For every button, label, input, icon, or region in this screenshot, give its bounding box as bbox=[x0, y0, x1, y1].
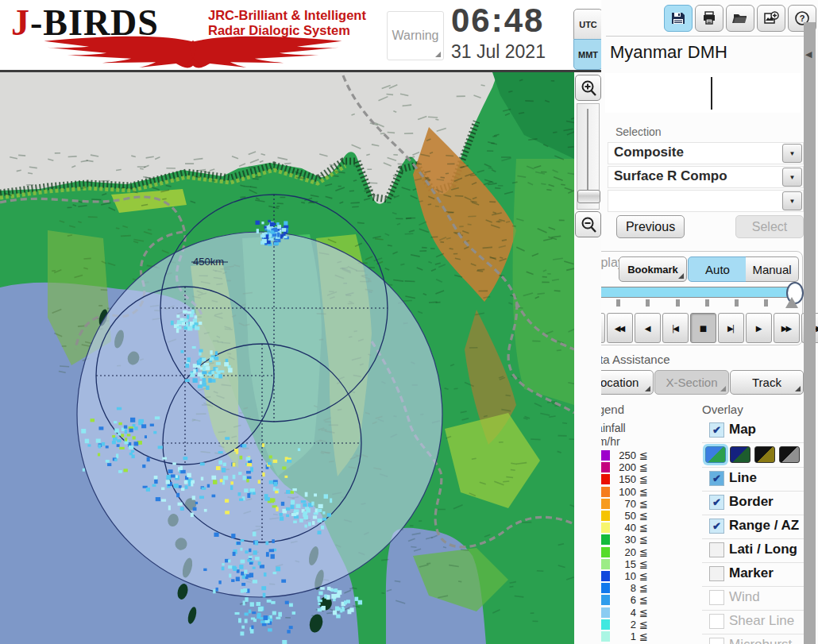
border-checkbox[interactable]: ✔ bbox=[709, 495, 724, 510]
rain-cell bbox=[114, 459, 118, 461]
rain-cell bbox=[317, 519, 322, 523]
panel-edge-strip[interactable] bbox=[804, 22, 816, 644]
line-checkbox[interactable]: ✔ bbox=[709, 471, 724, 486]
rain-cell bbox=[176, 493, 179, 497]
rain-cell bbox=[244, 488, 248, 492]
rain-cell bbox=[191, 513, 194, 517]
rain-cell bbox=[223, 463, 226, 466]
rain-cell bbox=[218, 461, 222, 465]
rain-cell bbox=[327, 513, 331, 516]
rain-cell bbox=[273, 487, 276, 491]
slider-end-marker[interactable] bbox=[785, 297, 798, 308]
rain-cell bbox=[228, 559, 230, 562]
zoom-slider-handle[interactable] bbox=[577, 190, 600, 203]
rain-cell bbox=[265, 542, 268, 546]
print-button[interactable] bbox=[695, 5, 723, 32]
folder-open-button[interactable] bbox=[726, 5, 754, 32]
rain-cell bbox=[285, 601, 289, 604]
lati-long-checkbox[interactable] bbox=[709, 542, 724, 557]
rain-cell bbox=[284, 226, 288, 228]
map-style-gray[interactable] bbox=[779, 446, 800, 463]
map-style-dark[interactable] bbox=[730, 446, 750, 463]
dropdown-product[interactable]: Surface R Compo ▼ bbox=[608, 166, 804, 188]
rain-cell bbox=[176, 328, 179, 333]
save-button[interactable] bbox=[664, 5, 693, 32]
rain-cell bbox=[85, 439, 89, 444]
chevron-down-icon[interactable]: ▼ bbox=[782, 191, 802, 210]
rain-cell bbox=[87, 444, 91, 446]
warning-button[interactable]: Warning bbox=[387, 11, 444, 60]
rain-cell bbox=[185, 364, 189, 368]
legend-value: 200 bbox=[611, 461, 636, 473]
rain-cell bbox=[141, 424, 146, 428]
rain-cell bbox=[203, 368, 206, 372]
lte-symbol: ≦ bbox=[639, 546, 648, 558]
marker-checkbox[interactable] bbox=[709, 566, 724, 581]
step-back-button[interactable]: |◀ bbox=[662, 313, 689, 343]
range-az-checkbox[interactable]: ✔ bbox=[709, 519, 724, 534]
map-checkbox[interactable]: ✔ bbox=[709, 422, 724, 438]
add-view-button[interactable] bbox=[757, 5, 785, 32]
bookmark-button[interactable]: Bookmark bbox=[619, 256, 687, 282]
track-button[interactable]: Track bbox=[730, 370, 804, 395]
step-forward-button[interactable]: ▶| bbox=[718, 313, 744, 343]
chevron-down-icon[interactable]: ▼ bbox=[782, 144, 802, 163]
rain-cell bbox=[303, 503, 307, 507]
readout-field[interactable] bbox=[605, 73, 801, 113]
utc-button[interactable]: UTC bbox=[573, 9, 603, 40]
dropdown-composite[interactable]: Composite ▼ bbox=[608, 142, 804, 164]
replay-progress-slider[interactable] bbox=[588, 287, 801, 298]
rain-cell bbox=[152, 484, 156, 487]
legend-value: 8 bbox=[611, 582, 636, 594]
rain-cell bbox=[202, 488, 206, 490]
zoom-out-button[interactable] bbox=[575, 211, 601, 237]
rain-cell bbox=[333, 611, 337, 615]
rain-cell bbox=[243, 600, 245, 605]
rain-cell bbox=[216, 368, 218, 372]
rain-cell bbox=[187, 326, 192, 331]
radar-map-viewport[interactable]: 450km bbox=[0, 72, 574, 644]
rain-cell bbox=[225, 499, 229, 502]
play-button[interactable]: ▶ bbox=[746, 313, 772, 343]
rain-cell bbox=[98, 445, 102, 449]
auto-mode-button[interactable]: Auto bbox=[688, 256, 747, 282]
zoom-slider-track[interactable] bbox=[577, 103, 600, 210]
map-style-olive[interactable] bbox=[754, 446, 775, 463]
mmt-button[interactable]: MMT bbox=[573, 39, 603, 70]
rain-cell bbox=[243, 476, 246, 480]
rain-cell bbox=[153, 431, 156, 434]
forward-button[interactable]: ▶▶ bbox=[774, 313, 800, 343]
map-style-terrain[interactable] bbox=[705, 446, 726, 463]
rain-cell bbox=[261, 222, 264, 224]
rain-cell bbox=[240, 560, 245, 564]
stop-button[interactable]: ■ bbox=[690, 313, 716, 343]
zoom-in-button[interactable] bbox=[575, 75, 601, 101]
rain-cell bbox=[284, 476, 287, 478]
chevron-down-icon[interactable]: ▼ bbox=[782, 168, 802, 187]
rain-cell bbox=[272, 539, 274, 543]
previous-button[interactable]: Previous bbox=[616, 215, 685, 238]
rain-cell bbox=[198, 372, 203, 376]
rain-cell bbox=[322, 511, 325, 515]
rain-cell bbox=[286, 515, 289, 517]
dropdown-empty[interactable]: ▼ bbox=[608, 190, 804, 212]
rain-cell bbox=[318, 504, 323, 508]
rewind-button[interactable]: ◀◀ bbox=[607, 313, 633, 343]
manual-mode-button[interactable]: Manual bbox=[746, 256, 799, 282]
collapse-panel-icon[interactable]: ◀ bbox=[805, 49, 812, 60]
rain-cell bbox=[245, 577, 249, 579]
rain-cell bbox=[284, 236, 287, 238]
rain-cell bbox=[318, 530, 322, 534]
rain-cell bbox=[244, 569, 247, 573]
lte-symbol: ≦ bbox=[639, 498, 648, 510]
rain-cell bbox=[271, 554, 275, 559]
rain-cell bbox=[282, 640, 287, 644]
legend-value: 15 bbox=[611, 558, 636, 570]
rain-cell bbox=[81, 429, 86, 434]
rain-cell bbox=[231, 579, 234, 582]
rain-cell bbox=[216, 588, 218, 592]
play-reverse-button[interactable]: ◀ bbox=[635, 313, 661, 343]
rain-cell bbox=[253, 580, 257, 583]
rain-cell bbox=[176, 475, 178, 478]
rain-cell bbox=[216, 362, 221, 365]
